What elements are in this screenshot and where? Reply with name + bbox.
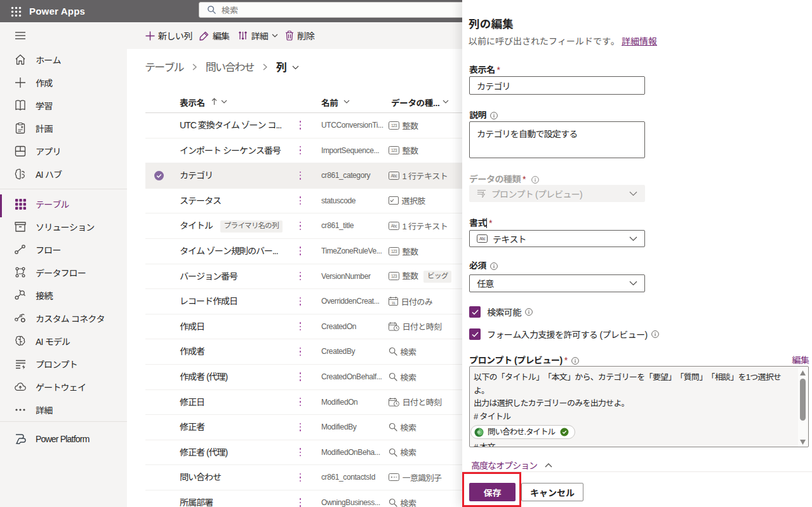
svg-text:Abc: Abc	[479, 236, 486, 241]
svg-text:123: 123	[391, 274, 397, 278]
svg-text:123: 123	[391, 123, 397, 128]
svg-text:123: 123	[391, 249, 397, 254]
svg-text:123: 123	[391, 148, 397, 152]
svg-text:31: 31	[392, 301, 396, 305]
svg-text:Abc: Abc	[391, 224, 398, 228]
svg-text:Abc: Abc	[391, 173, 398, 178]
